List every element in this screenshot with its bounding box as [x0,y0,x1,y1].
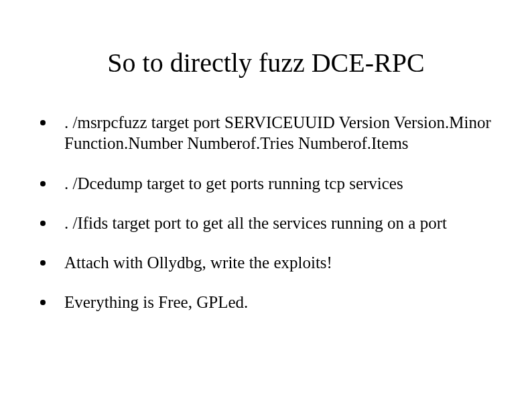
bullet-icon [40,260,46,266]
list-item: . /Dcedump target to get ports running t… [40,173,505,194]
bullet-text: . /Dcedump target to get ports running t… [64,173,505,194]
bullet-icon [40,221,46,226]
list-item: . /Ifids target port to get all the serv… [40,213,505,233]
bullet-icon [40,120,46,125]
list-item: Everything is Free, GPLed. [40,292,505,312]
bullet-text: Attach with Ollydbg, write the exploits! [64,252,505,273]
bullet-text: . /Ifids target port to get all the serv… [64,213,505,233]
slide-title: So to directly fuzz DCE-RPC [27,47,505,78]
list-item: Attach with Ollydbg, write the exploits! [40,252,505,273]
bullet-text: . /msrpcfuzz target port SERVICEUUID Ver… [64,112,505,154]
list-item: . /msrpcfuzz target port SERVICEUUID Ver… [40,112,505,154]
bullet-icon [40,300,46,305]
bullet-icon [40,181,46,186]
bullet-text: Everything is Free, GPLed. [64,292,505,312]
bullet-list: . /msrpcfuzz target port SERVICEUUID Ver… [27,112,505,313]
